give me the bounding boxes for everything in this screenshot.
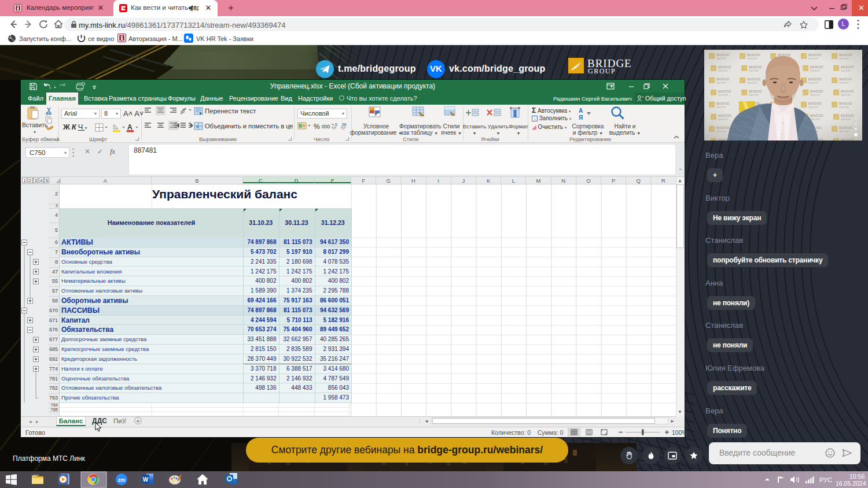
svg-text:≠: ≠ bbox=[374, 111, 378, 117]
svg-text:+.0: +.0 bbox=[332, 123, 337, 127]
svg-text:Я: Я bbox=[579, 114, 583, 121]
svg-text:W: W bbox=[143, 476, 149, 483]
svg-text:10:56: 10:56 bbox=[849, 473, 865, 480]
svg-text:16.05.2024: 16.05.2024 bbox=[836, 480, 866, 487]
svg-text:%: % bbox=[314, 123, 320, 131]
svg-text:Перенести текст: Перенести текст bbox=[205, 108, 256, 114]
svg-text:РУС: РУС bbox=[819, 476, 832, 483]
svg-text:000: 000 bbox=[322, 124, 330, 130]
svg-text:.00: .00 bbox=[341, 123, 347, 127]
svg-text:a: a bbox=[196, 124, 198, 128]
svg-text:А: А bbox=[127, 123, 133, 131]
svg-text:zm: zm bbox=[118, 477, 126, 483]
svg-text:А: А bbox=[579, 108, 583, 114]
svg-text:Объединить и поместить в центр: Объединить и поместить в центре bbox=[205, 123, 293, 130]
